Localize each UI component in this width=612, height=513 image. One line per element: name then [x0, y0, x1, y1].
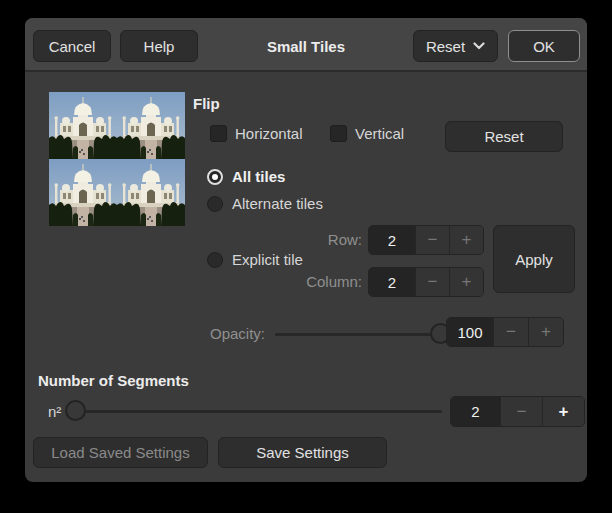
segments-heading: Number of Segments: [38, 372, 189, 389]
vertical-checkbox-row: Vertical: [330, 125, 404, 142]
opacity-value[interactable]: 100: [447, 318, 493, 346]
horizontal-checkbox-row: Horizontal: [210, 125, 303, 142]
column-value[interactable]: 2: [369, 268, 415, 296]
horizontal-checkbox-label: Horizontal: [235, 125, 303, 142]
opacity-slider-track: [275, 333, 447, 336]
column-plus-button[interactable]: +: [449, 268, 483, 296]
alternate-tiles-label: Alternate tiles: [232, 195, 323, 212]
explicit-tile-radio-row: Explicit tile: [207, 251, 303, 268]
row-minus-button[interactable]: −: [415, 226, 449, 254]
opacity-minus-button[interactable]: −: [493, 318, 528, 346]
opacity-slider[interactable]: [275, 322, 447, 346]
save-settings-button[interactable]: Save Settings: [218, 437, 387, 468]
all-tiles-radio-row: All tiles: [207, 168, 285, 185]
alternate-tiles-radio[interactable]: [207, 196, 223, 212]
row-spinner: 2 − +: [368, 225, 484, 255]
ok-button[interactable]: OK: [508, 30, 580, 62]
dialog-title: Small Tiles: [25, 38, 587, 55]
all-tiles-label: All tiles: [232, 168, 285, 185]
segments-plus-button[interactable]: +: [542, 397, 584, 426]
alternate-tiles-radio-row: Alternate tiles: [207, 195, 323, 212]
opacity-plus-button[interactable]: +: [528, 318, 563, 346]
column-minus-button[interactable]: −: [415, 268, 449, 296]
flip-reset-button[interactable]: Reset: [445, 121, 563, 152]
chevron-down-icon: [473, 42, 485, 50]
preview-image: [49, 92, 185, 226]
segments-n-label: n²: [48, 403, 61, 420]
opacity-label: Opacity:: [210, 325, 265, 342]
small-tiles-dialog: Cancel Help Small Tiles Reset OK: [25, 18, 587, 482]
vertical-checkbox-label: Vertical: [355, 125, 404, 142]
explicit-tile-label: Explicit tile: [232, 251, 303, 268]
all-tiles-radio[interactable]: [207, 169, 223, 185]
column-label: Column:: [285, 273, 362, 290]
dialog-header: Cancel Help Small Tiles Reset OK: [25, 18, 587, 72]
apply-button[interactable]: Apply: [493, 225, 575, 293]
flip-heading: Flip: [193, 95, 220, 112]
segments-minus-button[interactable]: −: [500, 397, 542, 426]
column-spinner: 2 − +: [368, 267, 484, 297]
load-saved-settings-button[interactable]: Load Saved Settings: [33, 437, 208, 468]
reset-menu-label: Reset: [426, 38, 465, 55]
reset-menu-button[interactable]: Reset: [413, 30, 498, 62]
explicit-tile-radio[interactable]: [207, 252, 223, 268]
row-value[interactable]: 2: [369, 226, 415, 254]
opacity-spinner: 100 − +: [446, 317, 564, 347]
segments-slider-track: [67, 410, 442, 413]
row-label: Row:: [295, 231, 362, 248]
segments-spinner: 2 − +: [450, 396, 585, 427]
segments-slider[interactable]: [67, 399, 442, 423]
segments-slider-thumb[interactable]: [65, 400, 86, 421]
horizontal-checkbox[interactable]: [210, 125, 227, 142]
screen: Cancel Help Small Tiles Reset OK: [0, 0, 612, 513]
vertical-checkbox[interactable]: [330, 125, 347, 142]
segments-value[interactable]: 2: [451, 397, 500, 426]
row-plus-button[interactable]: +: [449, 226, 483, 254]
